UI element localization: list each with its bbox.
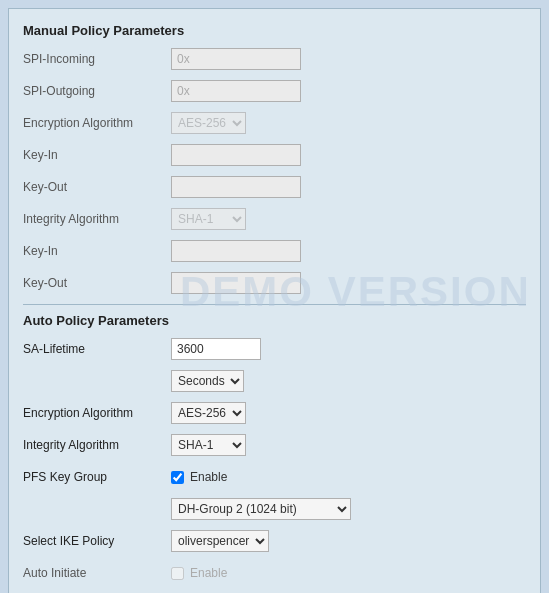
auto-initiate-group: Enable bbox=[171, 566, 227, 580]
ike-policy-row: Select IKE Policy oliverspencer bbox=[23, 528, 526, 554]
auto-integrity-select[interactable]: SHA-1 SHA-256 MD5 bbox=[171, 434, 246, 456]
manual-key-out-input[interactable] bbox=[171, 176, 301, 198]
sa-lifetime-label: SA-Lifetime bbox=[23, 342, 171, 356]
pfs-group-select[interactable]: DH-Group 2 (1024 bit) DH-Group 5 (1536 b… bbox=[171, 498, 351, 520]
sa-lifetime-input[interactable] bbox=[171, 338, 261, 360]
pfs-enable-checkbox[interactable] bbox=[171, 471, 184, 484]
manual-enc-algo-label: Encryption Algorithm bbox=[23, 116, 171, 130]
auto-initiate-checkbox[interactable] bbox=[171, 567, 184, 580]
pfs-enable-label: Enable bbox=[190, 470, 227, 484]
manual-key-out-label: Key-Out bbox=[23, 180, 171, 194]
manual-integrity-select[interactable]: SHA-1 SHA-256 MD5 bbox=[171, 208, 246, 230]
auto-enc-algo-row: Encryption Algorithm AES-256 AES-128 3DE… bbox=[23, 400, 526, 426]
manual-key-in-input[interactable] bbox=[171, 144, 301, 166]
pfs-group-row: DH-Group 2 (1024 bit) DH-Group 5 (1536 b… bbox=[23, 496, 526, 522]
manual-integrity-key-in-label: Key-In bbox=[23, 244, 171, 258]
sa-unit-row: Seconds Minutes Hours bbox=[23, 368, 526, 394]
manual-key-out-row: Key-Out bbox=[23, 174, 526, 200]
spi-outgoing-row: SPI-Outgoing bbox=[23, 78, 526, 104]
spi-outgoing-input[interactable] bbox=[171, 80, 301, 102]
manual-key-in-label: Key-In bbox=[23, 148, 171, 162]
auto-section-title: Auto Policy Parameters bbox=[23, 313, 526, 328]
manual-key-in-row: Key-In bbox=[23, 142, 526, 168]
manual-integrity-row: Integrity Algorithm SHA-1 SHA-256 MD5 bbox=[23, 206, 526, 232]
ike-policy-label: Select IKE Policy bbox=[23, 534, 171, 548]
manual-integrity-key-in-input[interactable] bbox=[171, 240, 301, 262]
pfs-key-group-label: PFS Key Group bbox=[23, 470, 171, 484]
spi-outgoing-label: SPI-Outgoing bbox=[23, 84, 171, 98]
sa-lifetime-row: SA-Lifetime bbox=[23, 336, 526, 362]
section-divider bbox=[23, 304, 526, 305]
pfs-key-group-row: PFS Key Group Enable bbox=[23, 464, 526, 490]
manual-enc-algo-select[interactable]: AES-256 AES-128 3DES DES bbox=[171, 112, 246, 134]
spi-incoming-input[interactable] bbox=[171, 48, 301, 70]
ike-policy-select[interactable]: oliverspencer bbox=[171, 530, 269, 552]
manual-integrity-label: Integrity Algorithm bbox=[23, 212, 171, 226]
auto-integrity-row: Integrity Algorithm SHA-1 SHA-256 MD5 bbox=[23, 432, 526, 458]
spi-incoming-row: SPI-Incoming bbox=[23, 46, 526, 72]
sa-unit-select[interactable]: Seconds Minutes Hours bbox=[171, 370, 244, 392]
auto-initiate-row: Auto Initiate Enable bbox=[23, 560, 526, 586]
manual-integrity-key-out-row: Key-Out bbox=[23, 270, 526, 296]
auto-integrity-label: Integrity Algorithm bbox=[23, 438, 171, 452]
manual-enc-algo-row: Encryption Algorithm AES-256 AES-128 3DE… bbox=[23, 110, 526, 136]
manual-integrity-key-out-label: Key-Out bbox=[23, 276, 171, 290]
manual-integrity-key-in-row: Key-In bbox=[23, 238, 526, 264]
auto-enc-algo-select[interactable]: AES-256 AES-128 3DES DES bbox=[171, 402, 246, 424]
auto-initiate-label: Auto Initiate bbox=[23, 566, 171, 580]
spi-incoming-label: SPI-Incoming bbox=[23, 52, 171, 66]
manual-section-title: Manual Policy Parameters bbox=[23, 23, 526, 38]
manual-integrity-key-out-input[interactable] bbox=[171, 272, 301, 294]
auto-enc-algo-label: Encryption Algorithm bbox=[23, 406, 171, 420]
pfs-enable-group: Enable bbox=[171, 470, 227, 484]
policy-panel: Manual Policy Parameters SPI-Incoming SP… bbox=[8, 8, 541, 593]
auto-initiate-enable-label: Enable bbox=[190, 566, 227, 580]
